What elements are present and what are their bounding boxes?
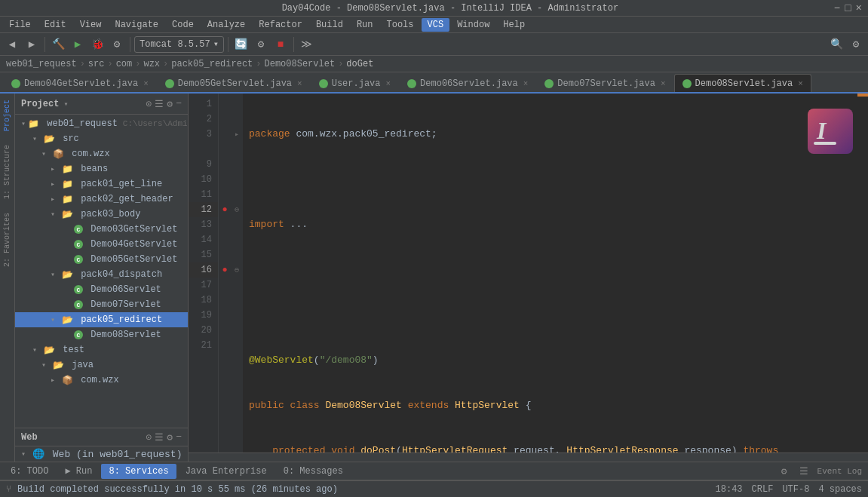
debug-btn[interactable]: 🐞 [88,35,106,54]
status-time[interactable]: 18:43 [716,484,743,495]
tab-demo04[interactable]: Demo04GetServlet.java × [3,74,157,92]
h-scrollbar[interactable] [189,453,868,462]
menu-vcs[interactable]: VCS [422,18,450,32]
search-everywhere-btn[interactable]: 🔍 [827,35,845,54]
tree-comwzx2[interactable]: ▸ 📦 com.wzx [15,373,188,388]
bottom-settings-btn[interactable]: ⚙ [775,462,793,480]
tab-close-user[interactable]: × [386,79,391,88]
breakpoint-12[interactable]: ● [222,204,227,215]
tree-src[interactable]: ▾ 📂 src [15,131,188,146]
breadcrumb-current[interactable]: doGet [346,59,373,69]
menu-navigate[interactable]: Navigate [109,18,164,32]
fold-3[interactable]: ▸ [231,127,243,142]
tab-demo06[interactable]: Demo06Servlet.java × [399,74,536,92]
tab-demo05[interactable]: Demo05GetServlet.java × [157,74,311,92]
breadcrumb-part-1[interactable]: web01_request [6,59,77,69]
menu-build[interactable]: Build [310,18,349,32]
stop-btn[interactable]: ■ [271,35,290,54]
breadcrumb-part-6[interactable]: Demo08Servlet [265,59,336,69]
bottom-event-log[interactable]: Event Log [814,467,865,476]
menu-analyze[interactable]: Analyze [201,18,251,32]
status-encoding[interactable]: UTF-8 [782,484,809,495]
settings-btn[interactable]: ⚙ [847,35,865,54]
web-settings-icon[interactable]: ⚙ [167,431,173,443]
run-btn[interactable]: ▶ [69,35,87,54]
minimize-btn[interactable]: − [834,2,840,14]
project-panel-btn[interactable]: Project [2,94,13,137]
tree-pack02[interactable]: ▸ 📁 pack02_get_header [15,192,188,207]
tree-pack05[interactable]: ▾ 📂 pack05_redirect [15,312,188,327]
code-content[interactable]: package com.wzx.pack05_redirect; import … [243,94,857,453]
bottom-tab-services[interactable]: 8: Services [101,464,176,479]
tree-comwzx[interactable]: ▾ 📦 com.wzx [15,146,188,161]
breakpoint-16[interactable]: ● [222,265,227,275]
run-config-btn[interactable]: ⚙ [108,35,126,54]
web-sync-icon[interactable]: ⊙ [146,431,152,443]
menu-refactor[interactable]: Refactor [253,18,308,32]
back-btn[interactable]: ◀ [3,35,21,54]
breadcrumb-part-4[interactable]: wzx [143,59,160,69]
bottom-tab-messages[interactable]: 0: Messages [276,464,351,479]
forward-btn[interactable]: ▶ [23,35,41,54]
tree-beans[interactable]: ▸ 📁 beans [15,161,188,176]
tab-user[interactable]: User.java × [311,74,399,92]
sidebar-dropdown-icon[interactable]: ▾ [63,100,68,109]
tree-pack03[interactable]: ▾ 📂 pack03_body [15,207,188,222]
tab-close-demo07[interactable]: × [661,79,666,88]
favorites-panel-btn[interactable]: 2: Favorites [2,207,13,273]
bottom-tab-todo[interactable]: 6: TODO [3,464,56,479]
menu-tools[interactable]: Tools [381,18,420,32]
menu-edit[interactable]: Edit [38,18,72,32]
tree-demo08[interactable]: C Demo08Servlet [15,327,188,342]
tree-java[interactable]: ▾ 📂 java [15,357,188,373]
sidebar-hide-icon[interactable]: − [176,98,182,110]
tree-demo05[interactable]: C Demo05GetServlet [15,252,188,267]
menu-window[interactable]: Window [451,18,495,32]
menu-file[interactable]: File [3,18,37,32]
maximize-btn[interactable]: □ [845,2,851,14]
code-container[interactable]: 1 2 3 9 10 11 12 13 14 15 16 17 18 19 20… [189,94,868,453]
status-line-ending[interactable]: CRLF [752,484,774,495]
menu-view[interactable]: View [74,18,108,32]
bottom-config-btn[interactable]: ☰ [795,462,813,480]
menu-code[interactable]: Code [166,18,200,32]
more-btn[interactable]: ≫ [298,35,316,54]
sidebar-settings-icon[interactable]: ⚙ [167,98,173,110]
structure-panel-btn[interactable]: 1: Structure [2,139,13,205]
tree-demo04[interactable]: C Demo04GetServlet [15,237,188,252]
tree-demo07[interactable]: C Demo07Servlet [15,297,188,312]
tab-close-demo05[interactable]: × [297,79,302,88]
build-btn[interactable]: 🔨 [49,35,67,54]
tree-demo03[interactable]: C Demo03GetServlet [15,222,188,237]
breadcrumb-part-2[interactable]: src [88,59,105,69]
build2-btn[interactable]: ⚙ [252,35,270,54]
tree-pack04[interactable]: ▾ 📂 pack04_dispatch [15,267,188,282]
tab-close-demo06[interactable]: × [523,79,529,88]
tree-web[interactable]: ▾ 🌐 Web (in web01_request) [15,446,188,462]
tree-root[interactable]: ▾ 📁 web01_request C:\Users\Admir [15,116,188,131]
breadcrumb-part-5[interactable]: pack05_redirect [171,59,253,69]
tomcat-selector[interactable]: Tomcat 8.5.57 ▾ [134,36,224,53]
menu-run[interactable]: Run [351,18,379,32]
breadcrumb-part-3[interactable]: com [116,59,133,69]
tree-pack01[interactable]: ▸ 📁 pack01_get_line [15,176,188,192]
tree-demo06[interactable]: C Demo06Servlet [15,282,188,297]
web-gear-icon[interactable]: ☰ [155,431,164,443]
tab-demo08[interactable]: Demo08Servlet.java × [674,74,811,92]
sidebar-sync-icon[interactable]: ⊙ [146,98,152,110]
fold-12[interactable]: ⊖ [231,202,243,217]
tree-test[interactable]: ▾ 📂 test [15,342,188,357]
tab-demo07[interactable]: Demo07Servlet.java × [536,74,673,92]
tab-close-demo04[interactable]: × [143,79,149,88]
bottom-tab-run[interactable]: ▶ Run [57,464,100,479]
fold-16[interactable]: ⊖ [231,262,243,278]
bottom-tab-enterprise[interactable]: Java Enterprise [178,464,275,479]
tomcat-dropdown-icon[interactable]: ▾ [213,38,219,50]
update-btn[interactable]: 🔄 [232,35,250,54]
sidebar-gear-icon[interactable]: ☰ [155,98,164,110]
menu-help[interactable]: Help [497,18,531,32]
tab-close-demo08[interactable]: × [798,79,803,88]
window-controls[interactable]: − □ × [834,2,862,14]
status-indent[interactable]: 4 spaces [818,484,862,495]
close-btn[interactable]: × [856,2,862,14]
